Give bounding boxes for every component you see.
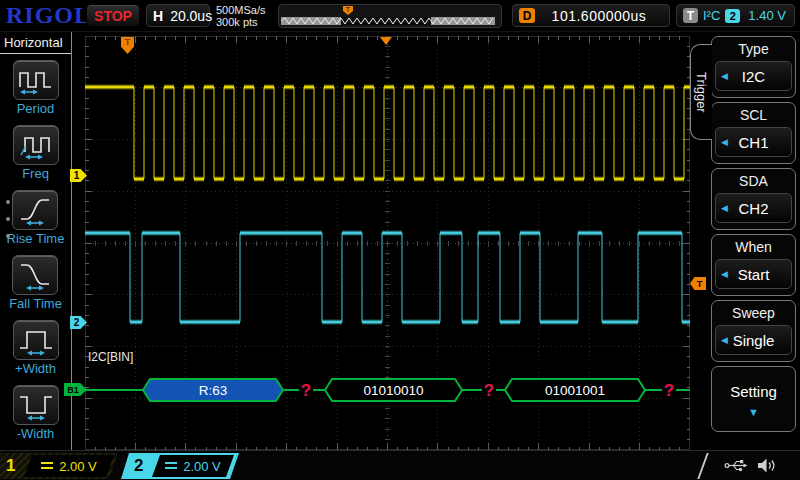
i2c-decode-bus: R:63?01010010?01001001? <box>85 379 690 401</box>
measure-item-label: Period <box>17 101 55 116</box>
measure-item-freq[interactable]: Freq <box>13 125 59 181</box>
decode-frame-text: R:63 <box>199 383 228 398</box>
svg-text:T: T <box>346 6 351 13</box>
menu-item-label: When <box>712 235 795 259</box>
waveform-display: R:63?01010010?01001001? <box>85 36 690 450</box>
measure-item-label: Freq <box>22 166 49 181</box>
chevron-left-icon: ◀ <box>721 71 728 81</box>
delay-readout[interactable]: D 101.600000us <box>512 4 670 27</box>
neg-width-icon <box>13 385 59 425</box>
beeper-icon <box>757 457 776 474</box>
horizontal-scale-readout[interactable]: H 20.0us <box>146 4 210 27</box>
chevron-down-icon: ▼ <box>748 408 759 416</box>
trigger-type-readout: I²C <box>703 8 720 23</box>
rise-time-icon <box>12 190 58 230</box>
channel2-scale: 2.00 V <box>183 459 221 474</box>
channel2-status[interactable]: 2 2.00 V <box>121 453 239 479</box>
channel2-badge: 2 <box>134 456 143 476</box>
menu-page-indicator <box>6 200 10 251</box>
run-stop-button[interactable]: STOP <box>86 4 140 27</box>
decode-error-mark: ? <box>484 381 494 400</box>
trigger-menu-tab: Trigger <box>690 44 712 140</box>
period-icon <box>13 60 59 100</box>
acquisition-readout: 500MSa/s 300k pts <box>216 4 266 28</box>
decode-frame-text: 01001001 <box>545 383 605 398</box>
pos-width-icon <box>13 320 59 360</box>
d-badge: D <box>519 8 535 23</box>
decode-error-mark: ? <box>301 381 311 400</box>
channel1-status[interactable]: 1 2.00 V <box>0 453 118 479</box>
h-scale-value: 20.0us <box>170 8 212 24</box>
measure-item-label: +Width <box>15 361 56 376</box>
waveform-overview-graphic: T <box>279 5 501 27</box>
trigger-level-marker[interactable]: T <box>690 277 706 290</box>
oscilloscope-screen: RIGOL STOP H 20.0us 500MSa/s 300k pts T … <box>0 0 800 480</box>
trigger-menu-item-sweep[interactable]: Sweep ◀Single <box>711 300 796 362</box>
status-bar: 1 2.00 V 2 2.00 V <box>0 450 800 480</box>
measure-item-neg-width[interactable]: -Width <box>13 385 59 441</box>
channel1-badge: 1 <box>6 456 15 476</box>
freq-icon <box>13 125 59 165</box>
chevron-left-icon: ◀ <box>721 137 728 147</box>
h-badge: H <box>153 8 163 24</box>
measure-item-label: Rise Time <box>7 231 65 246</box>
waveform-graphic: R:63?01010010?01001001? <box>85 36 690 450</box>
decode-bus-marker[interactable]: B1 <box>64 383 87 396</box>
chevron-left-icon: ◀ <box>721 335 728 345</box>
trigger-level-value: 1.40 V <box>748 8 786 23</box>
dc-coupling-icon <box>41 462 53 471</box>
menu-item-value: CH2 <box>738 200 768 217</box>
dc-coupling-icon <box>165 462 177 471</box>
measure-item-rise-time[interactable]: Rise Time <box>7 190 65 246</box>
measure-menu-title: Horizontal <box>0 32 71 54</box>
memory-depth: 300k pts <box>216 16 266 28</box>
sample-rate: 500MSa/s <box>216 4 266 16</box>
channel1-scale: 2.00 V <box>59 459 97 474</box>
measure-item-pos-width[interactable]: +Width <box>13 320 59 376</box>
menu-item-value: Single <box>733 332 775 349</box>
menu-item-label: Setting <box>730 383 777 400</box>
menu-item-value: Start <box>738 266 770 283</box>
measure-menu: Horizontal Period Freq Rise Time Fall Ti… <box>0 32 72 450</box>
measure-item-period[interactable]: Period <box>13 60 59 116</box>
trigger-source-badge: 2 <box>725 9 740 23</box>
waveform-overview[interactable]: T <box>278 4 502 28</box>
measure-item-label: -Width <box>17 426 55 441</box>
trigger-readout[interactable]: T I²C 2 1.40 V <box>676 4 795 27</box>
usb-icon <box>724 457 748 474</box>
chevron-left-icon: ◀ <box>721 269 728 279</box>
decode-error-mark: ? <box>664 381 674 400</box>
brand-logo: RIGOL <box>6 2 91 29</box>
menu-item-label: Type <box>712 37 795 61</box>
trigger-menu: Type ◀I2C SCL ◀CH1 SDA ◀CH2 When ◀Start … <box>711 36 796 450</box>
measure-item-fall-time[interactable]: Fall Time <box>9 255 62 311</box>
menu-item-value: CH1 <box>738 134 768 151</box>
delay-value: 101.600000us <box>535 8 663 24</box>
menu-item-label: SDA <box>712 169 795 193</box>
t-badge: T <box>683 8 698 23</box>
measure-item-label: Fall Time <box>9 296 62 311</box>
menu-item-label: Sweep <box>712 301 795 325</box>
fall-time-icon <box>12 255 58 295</box>
trigger-menu-item-sda[interactable]: SDA ◀CH2 <box>711 168 796 230</box>
menu-item-value: I2C <box>742 68 765 85</box>
trigger-menu-item-when[interactable]: When ◀Start <box>711 234 796 296</box>
chevron-left-icon: ◀ <box>721 203 728 213</box>
decode-frame-text: 01010010 <box>363 383 423 398</box>
top-bar: RIGOL STOP H 20.0us 500MSa/s 300k pts T … <box>0 0 800 32</box>
trigger-menu-item-setting[interactable]: Setting ▼ <box>711 366 796 432</box>
menu-item-label: SCL <box>712 103 795 127</box>
message-area-divider <box>697 453 716 479</box>
trigger-menu-item-type[interactable]: Type ◀I2C <box>711 36 796 98</box>
decode-bus-label: I2C[BIN] <box>88 350 133 364</box>
trigger-menu-item-scl[interactable]: SCL ◀CH1 <box>711 102 796 164</box>
